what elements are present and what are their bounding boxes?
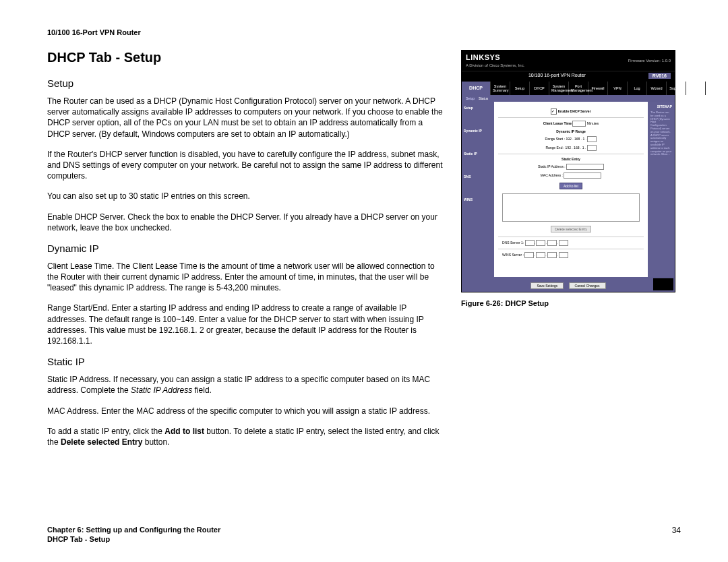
enable-dhcp-checkbox[interactable]: ✓ (551, 108, 557, 115)
subnav-setup[interactable]: Setup (466, 96, 475, 100)
cancel-changes-button[interactable]: Cancel Changes (569, 282, 606, 289)
router-screenshot: LINKSYS A Division of Cisco Systems, Inc… (461, 50, 675, 292)
product-line: 10/100 16-Port VPN Router (47, 28, 681, 36)
dynamic-para-2: Range Start/End. Enter a starting IP add… (47, 303, 445, 346)
lease-time-input[interactable] (572, 121, 586, 127)
left-labels: Setup Dynamic IP Static IP DNS WINS (462, 102, 494, 277)
lease-time-unit: Minutes (587, 121, 599, 125)
page-title: DHCP Tab - Setup (47, 50, 445, 65)
setup-heading: Setup (47, 77, 445, 89)
left-label-dns: DNS (464, 175, 492, 179)
sub-nav: Setup Status (462, 95, 675, 102)
left-label-dynamic: Dynamic IP (464, 129, 492, 133)
range-start-prefix: 192 . 168 . 1 . (566, 137, 586, 141)
range-end-label: Range End : (545, 146, 564, 150)
device-title: 10/100 16-port VPN Router (528, 73, 586, 79)
figure-caption: Figure 6-26: DHCP Setup (461, 299, 674, 307)
setup-para-1: The Router can be used as a DHCP (Dynami… (47, 96, 445, 139)
tab-dhcp[interactable]: DHCP (462, 82, 491, 95)
static-ip-input[interactable] (566, 164, 604, 170)
brand-subtitle: A Division of Cisco Systems, Inc. (466, 63, 524, 67)
page-footer: Chapter 6: Setting up and Configuring th… (47, 526, 681, 543)
brand-logo: LINKSYS (466, 53, 500, 61)
tab-firewall[interactable]: Firewall (588, 82, 608, 95)
dns-octet-4[interactable] (559, 240, 568, 246)
tab-logout[interactable]: Logout (686, 82, 706, 95)
add-to-list-button[interactable]: Add to list (559, 183, 582, 189)
text-column: DHCP Tab - Setup Setup The Router can be… (47, 50, 445, 457)
footer-page-number: 34 (672, 526, 681, 535)
setup-para-3: You can also set up to 30 static IP entr… (47, 191, 445, 201)
figure-column: LINKSYS A Division of Cisco Systems, Inc… (461, 50, 674, 307)
sitemap-blurb: The Router can be used as a DHCP (Dynami… (650, 111, 672, 156)
dns-server-label: DNS Server 1: (502, 241, 524, 245)
sitemap-title: SITEMAP (650, 104, 672, 108)
sitemap-panel: SITEMAP The Router can be used as a DHCP… (648, 102, 675, 277)
wins-octet-3[interactable] (547, 252, 557, 258)
tab-system-management[interactable]: System Management (549, 82, 569, 95)
range-start-input[interactable] (587, 136, 597, 142)
setup-para-4: Enable DHCP Server. Check the box to ena… (47, 212, 445, 233)
range-start-label: Range Start : (545, 137, 565, 141)
left-label-wins: WINS (464, 197, 492, 201)
top-nav: DHCP System Summary Setup DHCP System Ma… (462, 82, 675, 95)
dynamic-ip-heading: Dynamic IP (47, 243, 445, 254)
lease-time-label: Client Lease Time (543, 121, 572, 125)
tab-dhcp-dup[interactable]: DHCP (530, 82, 549, 95)
tab-vpn[interactable]: VPN (608, 82, 628, 95)
cisco-logo-icon (653, 278, 673, 290)
tab-log[interactable]: Log (628, 82, 647, 95)
tab-setup[interactable]: Setup (510, 82, 530, 95)
static-ip-label: Static IP Address : (538, 164, 566, 168)
firmware-version: Firmware Version: 1.0.0 (628, 59, 671, 63)
tab-support[interactable]: Support (667, 82, 686, 95)
dynamic-para-1: Client Lease Time. The Client Lease Time… (47, 261, 445, 294)
device-model: RV016 (648, 73, 671, 79)
subnav-status[interactable]: Status (479, 96, 488, 100)
wins-octet-2[interactable] (536, 252, 545, 258)
static-para-1: Static IP Address. If necessary, you can… (47, 374, 445, 396)
dynamic-range-heading: Dynamic IP Range (498, 129, 644, 133)
static-entry-listbox[interactable] (502, 193, 640, 222)
setup-para-2: If the Router's DHCP server function is … (47, 149, 445, 182)
range-end-prefix: 192 . 168 . 1 . (566, 146, 586, 150)
enable-dhcp-label: Enable DHCP Server (558, 109, 591, 113)
wins-octet-4[interactable] (559, 252, 568, 258)
dns-octet-3[interactable] (547, 240, 557, 246)
mac-address-input[interactable] (564, 173, 601, 179)
static-para-2: MAC Address. Enter the MAC address of th… (47, 406, 445, 416)
delete-selected-button[interactable]: Delete selected Entry (551, 226, 591, 232)
footer-chapter: Chapter 6: Setting up and Configuring th… (47, 526, 220, 534)
footer-section: DHCP Tab - Setup (47, 535, 681, 543)
save-settings-button[interactable]: Save Settings (530, 282, 564, 289)
static-para-3: To add a static IP entry, click the Add … (47, 426, 445, 447)
range-end-input[interactable] (587, 145, 597, 151)
tab-wizard[interactable]: Wizard (647, 82, 667, 95)
mac-address-label: MAC Address : (541, 173, 563, 177)
static-entry-heading: Static Entry (498, 157, 644, 161)
wins-server-label: WINS Server : (502, 253, 524, 257)
tab-system-summary[interactable]: System Summary (491, 82, 510, 95)
dns-octet-2[interactable] (536, 240, 545, 246)
dns-octet-1[interactable] (525, 240, 535, 246)
static-ip-heading: Static IP (47, 356, 445, 367)
tab-port-management[interactable]: Port Management (569, 82, 588, 95)
left-label-static: Static IP (464, 152, 492, 156)
wins-octet-1[interactable] (524, 252, 534, 258)
form-area: ✓ Enable DHCP Server Client Lease Time M… (494, 102, 648, 277)
left-label-setup: Setup (464, 106, 492, 110)
